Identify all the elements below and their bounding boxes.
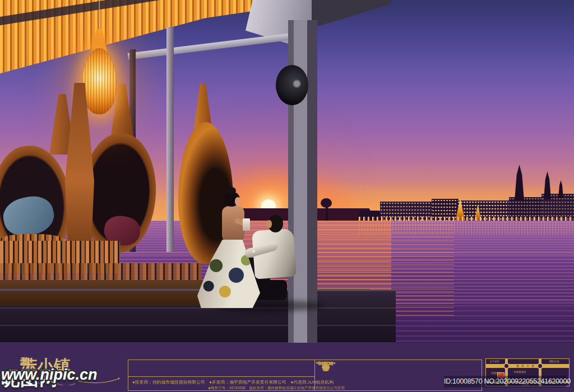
watermark-site-url: www.nipic.cn [1,366,98,384]
map-label-bank: 中国银行 [491,372,501,375]
map-main-road-label: 迎宾大道 [516,364,536,368]
bench-wood-base [0,280,206,306]
credits-divider-line [128,376,315,377]
developer-credits: ●投资商：你的城市城投股份有限公司 ●开发商：瀚宇房地产开发责任有限公司 ●代理… [132,379,273,385]
map-roundabout [503,363,510,369]
waterfront-lights [359,217,574,221]
map-label-school: 国际学校 [549,360,559,363]
man-face [266,220,272,228]
badge-subtitle: Enjoy the luxury waterfront living [316,361,336,366]
drink-cup [243,218,250,231]
speaker [276,65,308,105]
map-label-office: 车辆管理所 [513,371,526,374]
woman-face [235,197,241,206]
window-mullion-light [166,27,174,252]
poster: 苏黎士小镇 ●投资商：你的城市城投股份有限公司 ●开发商：瀚宇房地产开发责任有限… [0,0,574,392]
water-tower-top [321,198,332,208]
map-roundabout [537,363,543,369]
wrist-watch [252,250,255,253]
speaker-cone [293,80,301,88]
map-label-hotel: 太子酒店 [489,360,499,363]
woman-hair-bun [228,187,236,194]
image-id-watermark: ID:10008570 NO:20200922055241620000 [444,376,566,388]
